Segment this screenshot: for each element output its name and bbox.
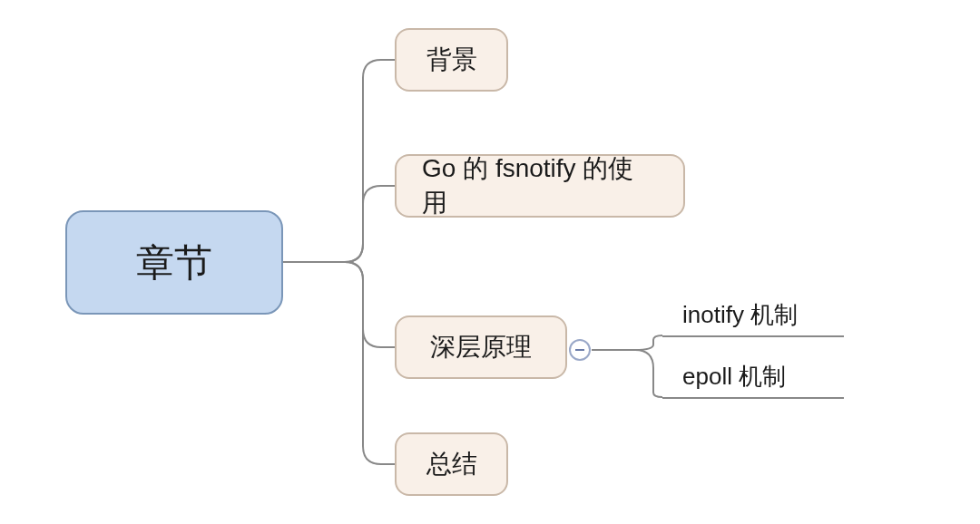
child-node-principles[interactable]: 深层原理	[395, 315, 567, 379]
sub-label: inotify 机制	[682, 301, 798, 328]
child-label: Go 的 fsnotify 的使用	[422, 151, 658, 220]
root-node[interactable]: 章节	[65, 210, 283, 315]
child-node-fsnotify[interactable]: Go 的 fsnotify 的使用	[395, 154, 685, 218]
sub-underline	[662, 335, 844, 337]
sub-underline	[662, 397, 844, 399]
child-node-background[interactable]: 背景	[395, 28, 508, 92]
collapse-toggle-icon[interactable]	[569, 339, 591, 361]
sub-label: epoll 机制	[682, 363, 786, 390]
root-label: 章节	[136, 238, 212, 288]
sub-node-epoll[interactable]: epoll 机制	[682, 361, 786, 393]
child-label: 背景	[426, 43, 477, 77]
child-node-summary[interactable]: 总结	[395, 432, 508, 496]
child-label: 深层原理	[430, 330, 532, 364]
child-label: 总结	[426, 447, 477, 481]
sub-node-inotify[interactable]: inotify 机制	[682, 299, 798, 331]
